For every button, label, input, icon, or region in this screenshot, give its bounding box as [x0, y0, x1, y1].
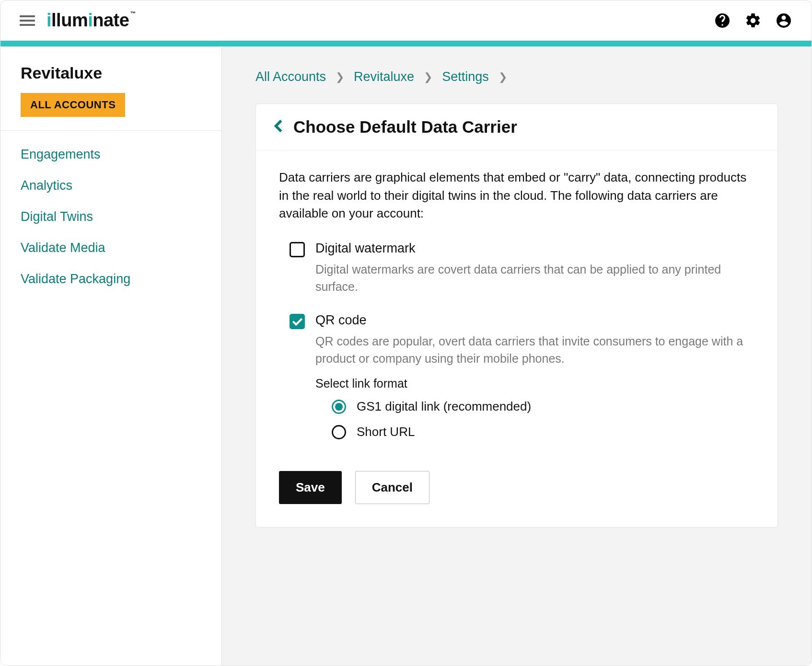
breadcrumb: All Accounts ❯ Revitaluxe ❯ Settings ❯: [255, 69, 778, 84]
option-label: QR code: [315, 313, 754, 328]
intro-text: Data carriers are graphical elements tha…: [279, 169, 754, 223]
account-icon[interactable]: [775, 12, 792, 29]
sidebar: Revitaluxe ALL ACCOUNTS Engagements Anal…: [0, 46, 222, 666]
help-icon[interactable]: [714, 12, 731, 29]
option-digital-watermark: Digital watermark Digital watermarks are…: [279, 237, 754, 309]
link-format-label: Select link format: [315, 377, 754, 390]
brand-logo: illuminate™: [46, 10, 136, 31]
chevron-right-icon: ❯: [424, 71, 432, 83]
account-name: Revitaluxe: [0, 64, 221, 93]
app-header: illuminate™: [0, 0, 812, 41]
radio-gs1-link[interactable]: GS1 digital link (recommended): [332, 399, 754, 414]
sidebar-item-validate-packaging[interactable]: Validate Packaging: [21, 272, 130, 286]
app-frame: illuminate™ Revitaluxe ALL ACCOUNTS Enga…: [0, 0, 812, 666]
chevron-right-icon: ❯: [336, 71, 344, 83]
radio-label: GS1 digital link (recommended): [357, 399, 531, 414]
sidebar-item-engagements[interactable]: Engagements: [21, 147, 101, 161]
breadcrumb-account[interactable]: Revitaluxe: [354, 69, 414, 84]
sidebar-item-analytics[interactable]: Analytics: [21, 178, 72, 193]
option-desc: QR codes are popular, overt data carrier…: [315, 333, 754, 367]
settings-card: Choose Default Data Carrier Data carrier…: [255, 103, 778, 528]
breadcrumb-settings[interactable]: Settings: [442, 69, 489, 84]
radio-icon: [332, 425, 346, 439]
back-icon[interactable]: [274, 119, 283, 135]
main-content: All Accounts ❯ Revitaluxe ❯ Settings ❯ C…: [222, 46, 812, 666]
chevron-right-icon: ❯: [499, 71, 507, 83]
card-title: Choose Default Data Carrier: [293, 117, 517, 137]
sidebar-item-validate-media[interactable]: Validate Media: [21, 241, 105, 255]
gear-icon[interactable]: [744, 12, 762, 29]
card-body: Data carriers are graphical elements tha…: [256, 150, 777, 527]
sidebar-nav: Engagements Analytics Digital Twins Vali…: [0, 147, 221, 287]
sidebar-divider: [0, 130, 221, 131]
header-icons: [714, 12, 792, 29]
breadcrumb-all-accounts[interactable]: All Accounts: [255, 69, 326, 84]
checkbox-digital-watermark[interactable]: [290, 242, 305, 257]
option-label: Digital watermark: [315, 241, 754, 256]
option-desc: Digital watermarks are covert data carri…: [315, 261, 754, 296]
cancel-button[interactable]: Cancel: [355, 471, 429, 504]
hamburger-menu-icon[interactable]: [20, 15, 35, 26]
sidebar-item-digital-twins[interactable]: Digital Twins: [21, 209, 93, 224]
accent-strip: [0, 41, 812, 46]
radio-label: Short URL: [357, 425, 415, 439]
card-actions: Save Cancel: [279, 471, 754, 504]
radio-icon: [332, 400, 346, 414]
card-header: Choose Default Data Carrier: [256, 104, 777, 150]
radio-short-url[interactable]: Short URL: [332, 425, 754, 439]
all-accounts-button[interactable]: ALL ACCOUNTS: [21, 93, 125, 117]
option-qr-code: QR code QR codes are popular, overt data…: [279, 309, 754, 454]
save-button[interactable]: Save: [279, 471, 342, 504]
checkbox-qr-code[interactable]: [290, 314, 305, 329]
app-body: Revitaluxe ALL ACCOUNTS Engagements Anal…: [0, 46, 812, 666]
